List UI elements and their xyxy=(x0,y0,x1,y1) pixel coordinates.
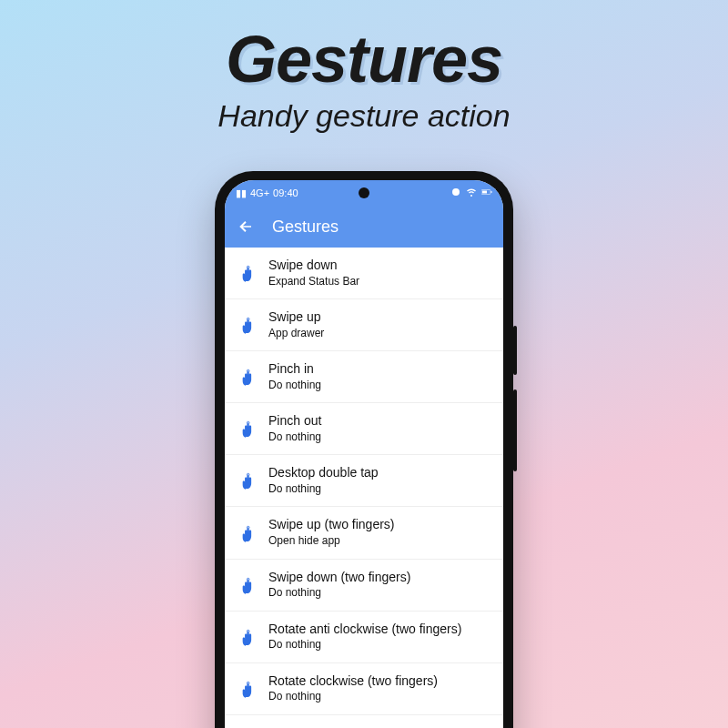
gesture-subtitle: Do nothing xyxy=(268,638,461,652)
promo-title: Gestures xyxy=(0,22,728,96)
gesture-hand-icon xyxy=(234,263,261,283)
gesture-row[interactable]: Pinch out Do nothing xyxy=(225,403,503,455)
svg-point-2 xyxy=(615,420,640,445)
gesture-title: Swipe up (two fingers) xyxy=(268,517,395,533)
gesture-subtitle: Do nothing xyxy=(268,379,321,393)
svg-point-15 xyxy=(248,475,248,476)
gesture-subtitle: Do nothing xyxy=(268,586,410,601)
decorative-pinch-icon xyxy=(55,391,127,477)
gesture-hand-icon xyxy=(234,627,261,647)
wifi-icon xyxy=(466,187,477,199)
svg-point-11 xyxy=(248,370,248,371)
gesture-row[interactable]: Pinch in Do nothing xyxy=(225,351,503,403)
gesture-subtitle: Do nothing xyxy=(268,690,438,704)
gesture-row[interactable]: Swipe down Expand Status Bar xyxy=(225,248,503,299)
status-network-label: 4G+ xyxy=(250,187,269,198)
alarm-icon xyxy=(450,187,461,199)
gesture-title: Swipe down xyxy=(268,258,359,274)
svg-point-17 xyxy=(248,527,248,528)
status-signal-icon: ▮▮ xyxy=(236,187,247,199)
gesture-title: Swipe down (two fingers) xyxy=(268,570,410,586)
gesture-title: Desktop double tap xyxy=(268,465,379,481)
appbar-title: Gestures xyxy=(272,217,339,237)
gesture-hand-icon xyxy=(234,419,261,439)
camera-notch xyxy=(359,187,369,198)
gesture-row[interactable]: Rotate clockwise (two fingers) Do nothin… xyxy=(225,663,503,715)
app-bar: Gestures xyxy=(225,206,503,248)
gesture-title: Pinch in xyxy=(268,361,321,378)
decorative-tap-icon xyxy=(582,415,655,500)
svg-point-19 xyxy=(248,579,248,580)
gesture-row[interactable]: Swipe up (two fingers) Open hide app xyxy=(225,507,503,559)
svg-point-23 xyxy=(248,682,248,683)
decorative-swipe-down-icon xyxy=(77,237,150,322)
gesture-title: Rotate clockwise (two fingers) xyxy=(268,673,438,690)
gesture-subtitle: Do nothing xyxy=(268,430,321,445)
back-button[interactable] xyxy=(238,218,254,235)
svg-rect-5 xyxy=(491,191,492,193)
gesture-subtitle: Expand Status Bar xyxy=(268,275,359,289)
phone-screen: ▮▮ 4G+ 09:40 Gestures Swipe down Expand … xyxy=(225,180,503,728)
status-time: 09:40 xyxy=(273,187,298,198)
svg-point-21 xyxy=(248,631,248,632)
gesture-list[interactable]: Swipe down Expand Status Bar Swipe up Ap… xyxy=(225,248,503,715)
gesture-hand-icon xyxy=(234,575,261,595)
svg-point-7 xyxy=(248,267,248,268)
decorative-two-finger-swipe-icon xyxy=(73,564,157,662)
gesture-title: Pinch out xyxy=(268,413,321,430)
gesture-hand-icon xyxy=(234,315,261,335)
gesture-subtitle: Do nothing xyxy=(268,482,379,497)
promo-subtitle: Handy gesture action xyxy=(0,98,728,134)
decorative-rotate-icon xyxy=(578,231,651,317)
phone-frame: ▮▮ 4G+ 09:40 Gestures Swipe down Expand … xyxy=(215,171,513,728)
gesture-row[interactable]: Rotate anti clockwise (two fingers) Do n… xyxy=(225,612,503,663)
svg-rect-4 xyxy=(482,191,487,194)
decorative-drag-icon xyxy=(573,562,657,661)
gesture-title: Rotate anti clockwise (two fingers) xyxy=(268,622,461,638)
gesture-title: Swipe up xyxy=(268,309,324,326)
gesture-hand-icon xyxy=(234,367,261,387)
gesture-hand-icon xyxy=(234,679,261,699)
gesture-hand-icon xyxy=(234,470,261,490)
gesture-hand-icon xyxy=(234,523,261,543)
gesture-subtitle: App drawer xyxy=(268,327,324,341)
gesture-row[interactable]: Swipe up App drawer xyxy=(225,299,503,351)
gesture-subtitle: Open hide app xyxy=(268,534,395,549)
svg-point-13 xyxy=(248,422,248,423)
gesture-row[interactable]: Swipe down (two fingers) Do nothing xyxy=(225,560,503,612)
svg-point-9 xyxy=(248,318,248,319)
battery-icon xyxy=(481,187,492,199)
gesture-row[interactable]: Desktop double tap Do nothing xyxy=(225,455,503,507)
